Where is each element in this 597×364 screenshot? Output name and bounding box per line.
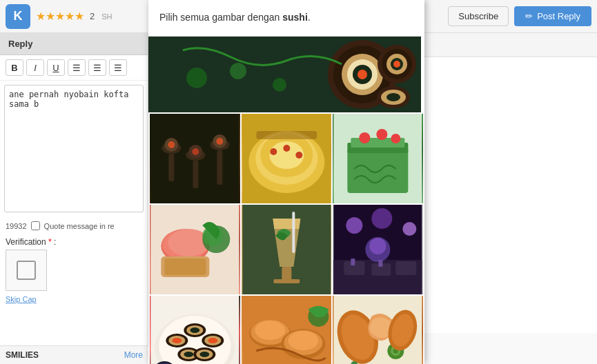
- svg-point-11: [393, 61, 400, 68]
- svg-rect-57: [273, 279, 300, 283]
- verification-label: Verification * :: [6, 237, 142, 247]
- svg-rect-69: [351, 259, 355, 265]
- svg-rect-70: [379, 260, 383, 267]
- grid-image-4[interactable]: [150, 205, 240, 294]
- svg-point-76: [190, 327, 199, 333]
- svg-rect-35: [256, 131, 317, 139]
- svg-point-85: [184, 352, 193, 357]
- svg-rect-58: [292, 212, 295, 253]
- grid-image-6[interactable]: [333, 205, 423, 294]
- svg-rect-52: [164, 259, 206, 275]
- formatting-toolbar: B I U ☰ ☰ ☰: [0, 55, 148, 81]
- quote-label: Quote message in re: [44, 222, 115, 230]
- smilies-bar: SMILIES More: [0, 345, 148, 364]
- svg-point-14: [386, 93, 400, 101]
- more-link[interactable]: More: [124, 350, 143, 360]
- svg-point-38: [283, 145, 290, 152]
- post-reply-label: Post Reply: [537, 11, 580, 21]
- svg-point-37: [270, 148, 277, 155]
- modal-keyword: sushi: [282, 12, 308, 23]
- char-count-row: 19932 Quote message in re: [0, 219, 148, 233]
- grid-image-9[interactable]: [333, 296, 423, 364]
- align-left-button[interactable]: ☰: [68, 59, 86, 76]
- svg-point-28: [168, 141, 175, 148]
- svg-point-88: [199, 352, 209, 357]
- grid-image-8[interactable]: [242, 296, 332, 364]
- italic-button[interactable]: I: [26, 59, 44, 76]
- svg-point-79: [172, 338, 182, 343]
- verification-section: Verification * : Skip Cap: [0, 233, 148, 308]
- smilies-label: SMILIES: [6, 350, 39, 360]
- svg-point-82: [208, 338, 217, 343]
- post-reply-button[interactable]: ✏ Post Reply: [514, 6, 591, 26]
- modal-header: Pilih semua gambar dengan sushi.: [148, 0, 424, 37]
- svg-point-15: [186, 68, 207, 88]
- svg-rect-66: [396, 261, 417, 275]
- captcha-box[interactable]: [6, 250, 47, 291]
- grid-image-5[interactable]: [242, 205, 332, 294]
- reply-panel: Reply B I U ☰ ☰ ☰ ane pernah nyobain kof…: [0, 33, 148, 364]
- svg-point-63: [403, 222, 417, 236]
- pencil-icon: ✏: [525, 11, 533, 21]
- svg-point-17: [273, 78, 286, 92]
- svg-point-44: [360, 132, 371, 143]
- image-modal: Pilih semua gambar dengan sushi.: [148, 0, 424, 364]
- reply-textarea[interactable]: ane pernah nyobain kofta sama b: [4, 85, 144, 212]
- required-mark: *: [48, 237, 52, 247]
- svg-point-16: [230, 63, 246, 79]
- svg-rect-20: [168, 154, 174, 181]
- svg-point-97: [288, 331, 318, 350]
- svg-point-94: [255, 321, 285, 340]
- captcha-inner: [17, 261, 36, 280]
- featured-image-section: [148, 37, 424, 112]
- svg-point-62: [372, 208, 393, 229]
- header-label: SH: [101, 12, 112, 21]
- star-rating: ★★★★★: [36, 10, 84, 23]
- svg-point-61: [346, 217, 363, 234]
- reply-header-label: Reply: [8, 39, 32, 49]
- svg-point-68: [370, 238, 386, 254]
- underline-button[interactable]: U: [47, 59, 65, 76]
- char-count: 19932: [6, 222, 27, 230]
- svg-rect-56: [282, 267, 291, 281]
- reply-header: Reply: [0, 33, 148, 55]
- site-logo[interactable]: K: [6, 4, 30, 29]
- svg-point-29: [192, 148, 199, 155]
- svg-rect-22: [193, 161, 198, 188]
- grid-image-2[interactable]: [242, 114, 332, 203]
- image-grid: [148, 112, 424, 364]
- modal-title: Pilih semua gambar dengan sushi.: [159, 11, 413, 25]
- svg-rect-41: [348, 148, 409, 193]
- quote-checkbox[interactable]: [31, 221, 40, 230]
- rating-number: 2: [90, 11, 95, 21]
- logo-letter: K: [14, 9, 23, 23]
- bold-button[interactable]: B: [6, 59, 23, 76]
- textarea-container: ane pernah nyobain kofta sama b: [0, 81, 148, 219]
- grid-image-7[interactable]: [150, 296, 240, 364]
- svg-point-6: [358, 70, 367, 79]
- svg-point-39: [295, 152, 302, 159]
- svg-point-46: [391, 134, 401, 143]
- skip-captcha-link[interactable]: Skip Cap: [6, 295, 37, 303]
- svg-rect-24: [217, 150, 222, 185]
- align-right-button[interactable]: ☰: [109, 59, 127, 76]
- align-center-button[interactable]: ☰: [88, 59, 106, 76]
- featured-image[interactable]: [148, 37, 424, 112]
- svg-point-30: [216, 138, 223, 145]
- grid-image-3[interactable]: [333, 114, 423, 203]
- grid-image-1[interactable]: [150, 114, 240, 203]
- svg-point-45: [377, 129, 388, 140]
- subscribe-button[interactable]: Subscribe: [448, 6, 509, 26]
